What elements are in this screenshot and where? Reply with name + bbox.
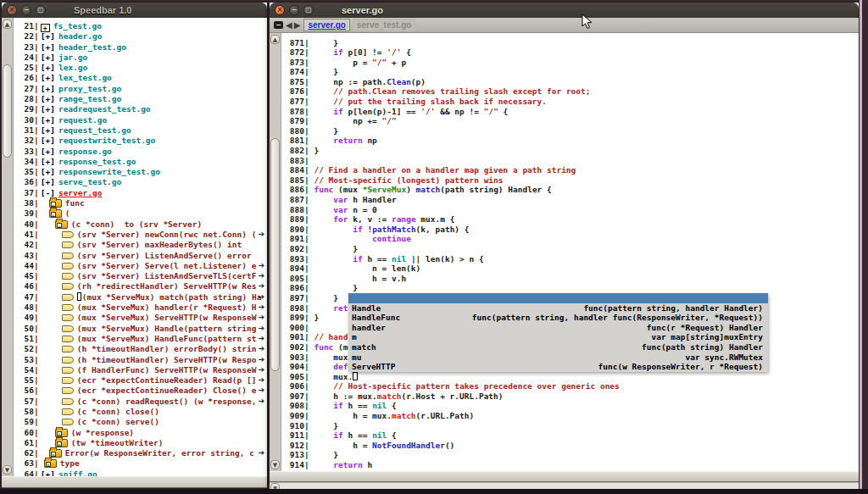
tag-label[interactable]: (h *timeoutHandler) ServeHTTP(w Respo: [77, 355, 257, 364]
code-line[interactable]: 913| }: [281, 450, 859, 460]
folder-closed-icon[interactable]: +: [49, 449, 62, 458]
code-line[interactable]: 906| // Host-specific pattern takes prec…: [281, 381, 859, 391]
code-line[interactable]: 877| // put the trailing slash back if n…: [281, 97, 859, 107]
code-line[interactable]: 895| h = v.h: [281, 274, 859, 284]
speedbar-row[interactable]: 60|+(w *response): [14, 428, 267, 438]
tabbar-minus-button[interactable]: −: [274, 21, 283, 29]
speedbar-row[interactable]: 48|(mux *ServeMux) handler(r *Request) H…: [14, 303, 267, 313]
code-line[interactable]: 876| // path.Clean removes trailing slas…: [281, 86, 859, 97]
expand-icon[interactable]: [+]: [41, 42, 55, 52]
tag-icon[interactable]: [62, 367, 74, 374]
maximize-icon[interactable]: ▢: [36, 5, 46, 15]
autocomplete-item[interactable]: HandleFuncfunc(pattern string, handler f…: [348, 313, 768, 323]
expand-icon[interactable]: [+]: [41, 73, 55, 82]
code-line[interactable]: 874| }: [281, 67, 859, 77]
folder-open-icon[interactable]: -: [49, 209, 62, 218]
tag-label[interactable]: (c *conn) close(): [77, 407, 159, 416]
expand-icon[interactable]: [+]: [41, 167, 55, 176]
code-line[interactable]: 908| if h == nil {: [281, 401, 859, 411]
tag-label[interactable]: (srv *Server) ListenAndServe() error: [77, 251, 252, 260]
speedbar-row[interactable]: 22|[+]header.go: [14, 31, 267, 42]
code-line[interactable]: 896| }: [281, 283, 859, 293]
scroll-up-icon[interactable]: ▲: [270, 35, 280, 44]
tag-label[interactable]: (srv *Server) maxHeaderBytes() int: [77, 240, 242, 249]
autocomplete-item[interactable]: matchfunc(path string) Handler: [348, 342, 768, 352]
file-name[interactable]: request.go: [58, 115, 107, 125]
editor-body[interactable]: ▲ ▼ 871| }872| if p[0] != '/' {873| p = …: [270, 33, 859, 471]
tag-icon[interactable]: [62, 231, 74, 238]
code-line[interactable]: 910| }: [281, 421, 859, 431]
speedbar-scroll-thumb[interactable]: [3, 64, 12, 158]
speedbar-row[interactable]: 28|[+]range_test.go: [14, 94, 267, 104]
code-line[interactable]: 887| var h Handler: [281, 195, 859, 205]
speedbar-row[interactable]: 56|(ecr *expectContinueReader) Close() e…: [14, 386, 267, 396]
code-line[interactable]: 871| }: [281, 38, 859, 48]
speedbar-row[interactable]: 47|(mux *ServeMux) match(path string) Ha…: [14, 292, 267, 303]
autocomplete-item[interactable]: muvar sync.RWMutex: [348, 352, 768, 363]
autocomplete-item[interactable]: Handlefunc(pattern string, handler Handl…: [348, 303, 768, 314]
expand-icon[interactable]: [+]: [41, 63, 55, 72]
speedbar-row[interactable]: 30|[+]request.go: [14, 115, 267, 125]
scroll-down-icon[interactable]: ▼: [270, 460, 280, 469]
speedbar-row[interactable]: 51|(mux *ServeMux) HandleFunc(pattern st…: [14, 334, 267, 344]
tag-label[interactable]: (c *conn) readRequest() (w *response,: [77, 397, 257, 406]
code-line[interactable]: 881| return np: [281, 136, 859, 146]
code-line[interactable]: 892| }: [281, 244, 859, 254]
tag-label[interactable]: (ecr *expectContinueReader) Read(p []: [77, 375, 257, 385]
file-name[interactable]: readrequest_test.go: [58, 104, 151, 114]
file-name[interactable]: responsewrite_test.go: [58, 167, 160, 176]
speedbar-row[interactable]: 41|(srv *Server) newConn(rwc net.Conn) (…: [14, 230, 267, 240]
tag-icon[interactable]: [62, 336, 74, 342]
expand-icon[interactable]: [+]: [41, 53, 55, 62]
speedbar-row[interactable]: 32|[+]requestwrite_test.go: [14, 136, 267, 146]
code-line[interactable]: 912| h = NotFoundHandler(): [281, 441, 859, 451]
tag-label[interactable]: (c *conn) to (srv *Server): [71, 219, 202, 229]
editor-titlebar[interactable]: × − ▢ server.go: [270, 3, 859, 18]
tag-icon[interactable]: [62, 346, 74, 352]
speedbar-row[interactable]: 31|[+]request_test.go: [14, 125, 267, 136]
speedbar-row[interactable]: 24|[+]jar.go: [14, 53, 267, 63]
code-line[interactable]: 873| p = "/" + p: [281, 58, 859, 68]
tag-icon[interactable]: [62, 294, 74, 301]
speedbar-row[interactable]: 34|[+]response_test.go: [14, 157, 267, 167]
speedbar-row[interactable]: 27|[+]proxy_test.go: [14, 84, 267, 94]
file-name[interactable]: lex_test.go: [58, 73, 112, 82]
editor-scrollbar[interactable]: ▲ ▼: [270, 33, 281, 471]
tab-server-go[interactable]: server.go: [303, 19, 349, 31]
tag-icon[interactable]: [62, 408, 74, 415]
tag-label[interactable]: type: [60, 458, 80, 468]
autocomplete-item[interactable]: mvar map[string]muxEntry: [348, 332, 768, 342]
tag-label[interactable]: (: [65, 208, 70, 218]
speedbar-row[interactable]: 40|-(c *conn) to (srv *Server): [14, 219, 267, 230]
file-name[interactable]: response.go: [58, 147, 112, 156]
speedbar-row[interactable]: 58|(c *conn) close(): [14, 407, 267, 417]
speedbar-row[interactable]: 63|+type: [14, 458, 267, 469]
tag-label[interactable]: Error(w ResponseWriter, error string, c: [65, 448, 254, 458]
speedbar-row[interactable]: 55|(ecr *expectContinueReader) Read(p []…: [14, 375, 267, 386]
expand-icon[interactable]: [+]: [41, 136, 55, 145]
code-line[interactable]: 909| h = mux.match(r.URL.Path): [281, 411, 859, 421]
tag-icon[interactable]: [62, 357, 74, 364]
speedbar-row[interactable]: 57|(c *conn) readRequest() (w *response,…: [14, 397, 267, 407]
speedbar-row[interactable]: 36|[+]serve_test.go: [14, 177, 267, 187]
scroll-up-icon[interactable]: ▲: [3, 19, 12, 29]
expand-icon[interactable]: [+]: [41, 31, 55, 41]
expand-icon[interactable]: [+]: [41, 104, 55, 114]
scroll-down-icon[interactable]: ▼: [3, 465, 12, 475]
tag-label[interactable]: (mux *ServeMux) ServeHTTP(w ResponseW: [77, 313, 257, 322]
tag-label[interactable]: (ecr *expectContinueReader) Close() e: [77, 386, 257, 395]
tag-label[interactable]: (rh *redirectHandler) ServeHTTP(w Res: [77, 281, 257, 291]
code-line[interactable]: 891| continue: [281, 234, 859, 244]
code-line[interactable]: 914| return h: [281, 460, 859, 470]
speedbar-row[interactable]: 21|+fs_test.go: [14, 21, 267, 31]
speedbar-row[interactable]: 45|(srv *Server) ListenAndServeTLS(certF…: [14, 271, 267, 281]
speedbar-row[interactable]: 46|(rh *redirectHandler) ServeHTTP(w Res…: [14, 281, 267, 291]
code-line[interactable]: 872| if p[0] != '/' {: [281, 47, 859, 58]
speedbar-scrollbar[interactable]: ▲ ▼: [2, 18, 14, 476]
tag-icon[interactable]: [62, 304, 74, 311]
file-name[interactable]: request_test.go: [58, 125, 131, 135]
speedbar-row[interactable]: 35|[+]responsewrite_test.go: [14, 167, 267, 177]
collapse-icon[interactable]: [-]: [41, 188, 55, 197]
folder-closed-icon[interactable]: +: [44, 459, 57, 468]
file-name[interactable]: serve_test.go: [58, 177, 121, 186]
